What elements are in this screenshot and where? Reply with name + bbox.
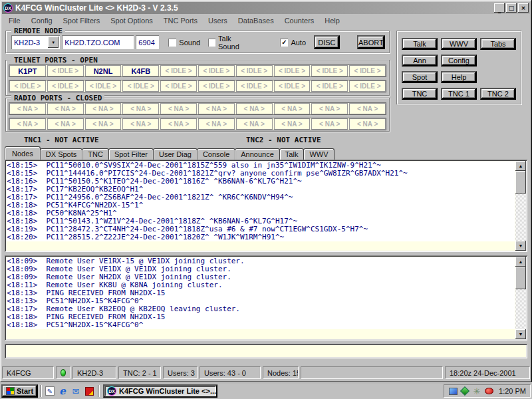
telnet-port-slot[interactable]: < IDLE > xyxy=(9,80,46,92)
telnet-port-slot[interactable]: < IDLE > xyxy=(47,65,84,76)
scroll-thumb[interactable] xyxy=(515,267,526,289)
quick-button[interactable]: Tabs xyxy=(480,38,516,50)
minimize-button[interactable]: _ xyxy=(494,3,505,13)
telnet-port-slot[interactable]: < IDLE > xyxy=(311,65,348,76)
telnet-port-slot[interactable]: < IDLE > xyxy=(47,80,84,92)
radio-port-slot[interactable]: < NA > xyxy=(9,103,46,114)
internet-explorer-icon[interactable]: e xyxy=(57,386,68,396)
auto-checkbox[interactable]: ✓ Auto xyxy=(280,39,306,47)
quick-button[interactable]: Talk xyxy=(402,38,438,50)
start-button[interactable]: Start xyxy=(1,384,38,398)
outlook-express-icon[interactable]: ✉ xyxy=(70,386,81,396)
media-app-icon[interactable] xyxy=(84,386,94,396)
radio-port-slot[interactable]: < NA > xyxy=(236,118,273,130)
radio-port-slot[interactable]: < NA > xyxy=(311,118,348,130)
tab[interactable]: User Diag xyxy=(153,148,198,160)
telnet-port-slot[interactable]: < IDLE > xyxy=(160,65,197,76)
telnet-port-slot[interactable]: < IDLE > xyxy=(236,65,273,76)
show-desktop-icon[interactable]: ✎ xyxy=(45,386,55,396)
tab[interactable]: Console xyxy=(197,148,235,160)
telnet-port-slot[interactable]: < IDLE > xyxy=(198,80,235,92)
radio-port-slot[interactable]: < NA > xyxy=(274,103,311,114)
realplayer-icon[interactable] xyxy=(484,386,493,396)
telnet-port-slot[interactable]: K1PT xyxy=(9,65,46,76)
display-settings-icon[interactable] xyxy=(448,386,458,396)
auto-checkbox-box[interactable]: ✓ xyxy=(280,39,288,47)
telnet-port-slot[interactable]: < IDLE > xyxy=(160,80,197,92)
telnet-port-slot[interactable]: N2NL xyxy=(85,65,122,76)
radio-port-slot[interactable]: < NA > xyxy=(160,103,197,114)
radio-port-slot[interactable]: < NA > xyxy=(122,103,159,114)
telnet-port-slot[interactable]: < IDLE > xyxy=(198,65,235,76)
menu-item[interactable]: Spot Filters xyxy=(58,15,106,26)
talk-sound-checkbox-box[interactable]: ✓ xyxy=(208,39,215,47)
antivirus-icon[interactable] xyxy=(460,386,469,396)
host-field[interactable]: KH2D.TZO.COM xyxy=(62,35,134,49)
port-field[interactable]: 6904 xyxy=(136,35,159,49)
menu-item[interactable]: Spot Options xyxy=(105,15,158,26)
tab[interactable]: Nodes xyxy=(5,146,41,160)
menu-item[interactable]: DataBases xyxy=(233,15,279,26)
telnet-port-slot[interactable]: < IDLE > xyxy=(122,80,159,92)
radio-port-slot[interactable]: < NA > xyxy=(236,103,273,114)
pane2-scrollbar[interactable]: ▲ ▼ xyxy=(515,257,526,339)
telnet-port-slot[interactable]: < IDLE > xyxy=(274,65,311,76)
tab[interactable]: DX Spots xyxy=(40,148,82,160)
radio-port-slot[interactable]: < NA > xyxy=(47,118,84,130)
command-input[interactable] xyxy=(5,344,527,358)
telnet-port-slot[interactable]: < IDLE > xyxy=(236,80,273,92)
quick-button[interactable]: TNC xyxy=(402,88,438,100)
scroll-up-button[interactable]: ▲ xyxy=(515,257,526,267)
radio-port-slot[interactable]: < NA > xyxy=(274,118,311,130)
radio-port-slot[interactable]: < NA > xyxy=(9,118,46,130)
radio-port-slot[interactable]: < NA > xyxy=(349,103,386,114)
maximize-button[interactable]: □ xyxy=(506,3,517,13)
telnet-port-slot[interactable]: < IDLE > xyxy=(349,80,386,92)
menu-item[interactable]: TNC Ports xyxy=(158,15,203,26)
telnet-port-slot[interactable]: < IDLE > xyxy=(311,80,348,92)
tab[interactable]: Spot Filter xyxy=(108,148,154,160)
menu-item[interactable]: Users xyxy=(203,15,233,26)
combo-dropdown-button[interactable]: ▼ xyxy=(48,37,59,48)
radio-port-slot[interactable]: < NA > xyxy=(349,118,386,130)
scroll-down-button[interactable]: ▼ xyxy=(515,329,526,339)
talk-sound-checkbox[interactable]: ✓ Talk Sound xyxy=(208,35,251,51)
scroll-thumb[interactable] xyxy=(515,171,526,194)
disconnect-button[interactable]: DISC xyxy=(314,35,340,49)
telnet-port-slot[interactable]: < IDLE > xyxy=(349,65,386,76)
radio-port-slot[interactable]: < NA > xyxy=(198,118,235,130)
radio-port-slot[interactable]: < NA > xyxy=(85,103,122,114)
pane1-scrollbar[interactable]: ▲ ▼ xyxy=(515,161,526,251)
menu-item[interactable]: Counters xyxy=(279,15,320,26)
quick-button[interactable]: TNC 1 xyxy=(441,88,477,100)
menu-item[interactable]: File xyxy=(3,15,26,26)
quick-button[interactable]: TNC 2 xyxy=(480,88,516,100)
radio-port-slot[interactable]: < NA > xyxy=(160,118,197,130)
quick-button[interactable]: Config xyxy=(441,55,477,66)
tab[interactable]: Announce xyxy=(235,148,280,160)
radio-port-slot[interactable]: < NA > xyxy=(122,118,159,130)
node-select-combo[interactable]: KH2D-3 ▼ xyxy=(11,35,60,49)
sound-checkbox[interactable]: ✓ Sound xyxy=(168,39,200,47)
telnet-port-slot[interactable]: K4FB xyxy=(122,65,159,76)
radio-port-slot[interactable]: < NA > xyxy=(85,118,122,130)
menu-item[interactable]: Help xyxy=(319,15,345,26)
scroll-down-button[interactable]: ▼ xyxy=(515,241,526,251)
close-button[interactable]: × xyxy=(518,3,529,13)
sound-checkbox-box[interactable]: ✓ xyxy=(168,39,176,47)
wincluster-task-button[interactable]: DX K4FCG WinCluster Lite <>... xyxy=(103,384,217,398)
scheduler-icon[interactable]: ✳ xyxy=(472,386,481,396)
radio-port-slot[interactable]: < NA > xyxy=(311,103,348,114)
quick-button[interactable]: WWV xyxy=(441,38,477,50)
radio-port-slot[interactable]: < NA > xyxy=(47,103,84,114)
telnet-port-slot[interactable]: < IDLE > xyxy=(85,80,122,92)
radio-port-slot[interactable]: < NA > xyxy=(198,103,235,114)
scroll-up-button[interactable]: ▲ xyxy=(515,161,526,171)
quick-button[interactable]: Ann xyxy=(402,55,438,66)
tab[interactable]: Talk xyxy=(279,148,305,160)
menu-item[interactable]: Config xyxy=(26,15,58,26)
telnet-port-slot[interactable]: < IDLE > xyxy=(274,80,311,92)
quick-button[interactable]: Spot xyxy=(402,71,438,83)
quick-button[interactable]: Help xyxy=(441,71,477,83)
abort-button[interactable]: ABORT xyxy=(357,35,385,49)
